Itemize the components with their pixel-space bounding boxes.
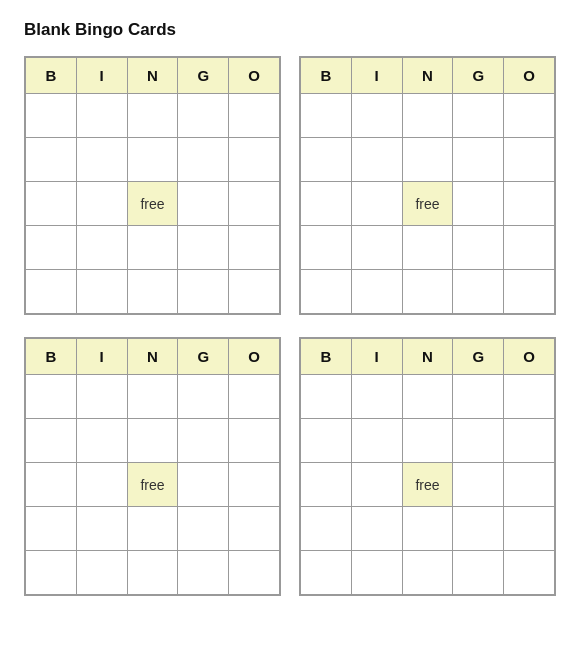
cell-r4-c3-card4: [453, 551, 504, 595]
cell-r3-c0-card2: [301, 226, 352, 270]
bingo-card-4: BINGOfree: [299, 337, 556, 596]
header-g-card2: G: [453, 58, 504, 94]
header-b-card2: B: [301, 58, 352, 94]
free-cell-card4: free: [402, 463, 453, 507]
header-o-card1: O: [229, 58, 280, 94]
cell-r2-c4-card1: [229, 182, 280, 226]
cell-r0-c1-card1: [76, 94, 127, 138]
cell-r4-c4-card3: [229, 551, 280, 595]
cell-r1-c0-card1: [26, 138, 77, 182]
cell-r3-c4-card2: [504, 226, 555, 270]
bingo-table-1: BINGOfree: [25, 57, 280, 314]
cards-grid: BINGOfreeBINGOfreeBINGOfreeBINGOfree: [24, 56, 556, 596]
cell-r3-c2-card4: [402, 507, 453, 551]
cell-r4-c2-card3: [127, 551, 178, 595]
cell-r0-c0-card4: [301, 375, 352, 419]
cell-r3-c2-card1: [127, 226, 178, 270]
cell-r2-c1-card3: [76, 463, 127, 507]
cell-r4-c3-card2: [453, 270, 504, 314]
cell-r3-c1-card3: [76, 507, 127, 551]
cell-r3-c4-card1: [229, 226, 280, 270]
cell-r2-c1-card4: [351, 463, 402, 507]
cell-r0-c0-card1: [26, 94, 77, 138]
cell-r0-c3-card2: [453, 94, 504, 138]
cell-r0-c1-card4: [351, 375, 402, 419]
cell-r1-c2-card3: [127, 419, 178, 463]
cell-r3-c2-card3: [127, 507, 178, 551]
header-o-card2: O: [504, 58, 555, 94]
cell-r1-c2-card4: [402, 419, 453, 463]
cell-r0-c1-card3: [76, 375, 127, 419]
cell-r4-c1-card1: [76, 270, 127, 314]
cell-r0-c3-card3: [178, 375, 229, 419]
cell-r1-c1-card1: [76, 138, 127, 182]
cell-r4-c2-card1: [127, 270, 178, 314]
cell-r1-c2-card1: [127, 138, 178, 182]
header-g-card4: G: [453, 339, 504, 375]
cell-r4-c1-card4: [351, 551, 402, 595]
cell-r0-c2-card3: [127, 375, 178, 419]
cell-r2-c0-card4: [301, 463, 352, 507]
page-title: Blank Bingo Cards: [24, 20, 556, 40]
cell-r3-c3-card1: [178, 226, 229, 270]
cell-r0-c4-card3: [229, 375, 280, 419]
cell-r4-c0-card2: [301, 270, 352, 314]
cell-r3-c4-card4: [504, 507, 555, 551]
cell-r0-c3-card1: [178, 94, 229, 138]
cell-r1-c1-card4: [351, 419, 402, 463]
cell-r3-c4-card3: [229, 507, 280, 551]
cell-r1-c3-card4: [453, 419, 504, 463]
cell-r0-c4-card1: [229, 94, 280, 138]
header-i-card4: I: [351, 339, 402, 375]
cell-r4-c2-card2: [402, 270, 453, 314]
cell-r3-c1-card1: [76, 226, 127, 270]
cell-r3-c3-card4: [453, 507, 504, 551]
cell-r2-c3-card2: [453, 182, 504, 226]
free-cell-card1: free: [127, 182, 178, 226]
cell-r1-c3-card2: [453, 138, 504, 182]
cell-r2-c4-card3: [229, 463, 280, 507]
cell-r0-c3-card4: [453, 375, 504, 419]
cell-r1-c0-card2: [301, 138, 352, 182]
cell-r0-c2-card4: [402, 375, 453, 419]
cell-r1-c2-card2: [402, 138, 453, 182]
header-g-card1: G: [178, 58, 229, 94]
cell-r1-c3-card3: [178, 419, 229, 463]
cell-r0-c4-card4: [504, 375, 555, 419]
header-n-card4: N: [402, 339, 453, 375]
bingo-card-2: BINGOfree: [299, 56, 556, 315]
cell-r0-c0-card3: [26, 375, 77, 419]
header-b-card4: B: [301, 339, 352, 375]
free-cell-card3: free: [127, 463, 178, 507]
cell-r1-c1-card3: [76, 419, 127, 463]
bingo-table-2: BINGOfree: [300, 57, 555, 314]
cell-r1-c3-card1: [178, 138, 229, 182]
cell-r2-c3-card1: [178, 182, 229, 226]
cell-r2-c3-card3: [178, 463, 229, 507]
header-n-card2: N: [402, 58, 453, 94]
cell-r1-c4-card3: [229, 419, 280, 463]
cell-r1-c4-card1: [229, 138, 280, 182]
cell-r3-c1-card2: [351, 226, 402, 270]
bingo-card-1: BINGOfree: [24, 56, 281, 315]
cell-r1-c4-card2: [504, 138, 555, 182]
cell-r3-c0-card4: [301, 507, 352, 551]
cell-r2-c1-card2: [351, 182, 402, 226]
cell-r4-c3-card1: [178, 270, 229, 314]
cell-r1-c4-card4: [504, 419, 555, 463]
cell-r2-c1-card1: [76, 182, 127, 226]
cell-r0-c2-card2: [402, 94, 453, 138]
cell-r0-c1-card2: [351, 94, 402, 138]
cell-r4-c4-card1: [229, 270, 280, 314]
header-o-card4: O: [504, 339, 555, 375]
cell-r2-c3-card4: [453, 463, 504, 507]
cell-r4-c4-card2: [504, 270, 555, 314]
header-o-card3: O: [229, 339, 280, 375]
cell-r0-c2-card1: [127, 94, 178, 138]
cell-r3-c1-card4: [351, 507, 402, 551]
header-n-card3: N: [127, 339, 178, 375]
header-i-card2: I: [351, 58, 402, 94]
cell-r4-c1-card3: [76, 551, 127, 595]
cell-r4-c2-card4: [402, 551, 453, 595]
header-i-card1: I: [76, 58, 127, 94]
